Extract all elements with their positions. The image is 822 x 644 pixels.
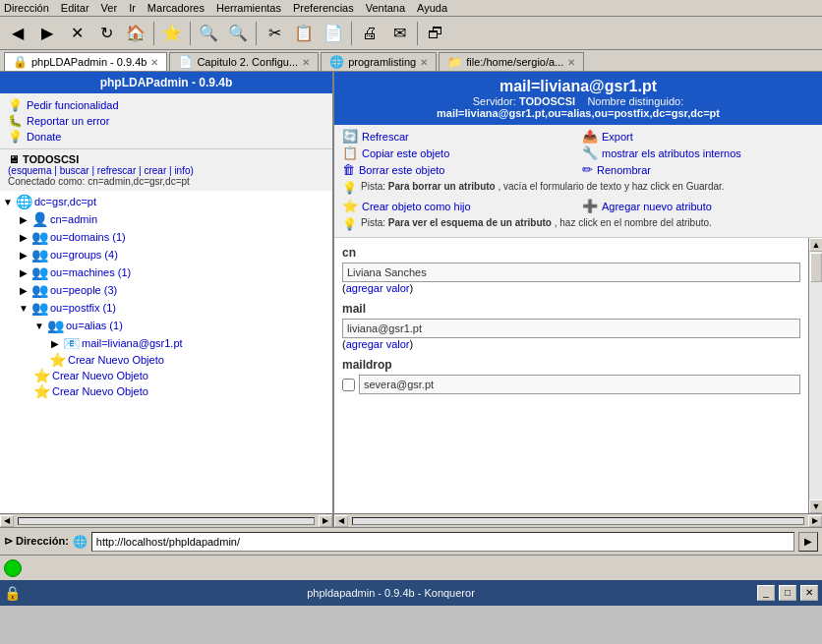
copy-label[interactable]: Copiar este objeto xyxy=(362,147,449,159)
link-esquema[interactable]: esquema xyxy=(11,165,51,176)
create-postfix-label[interactable]: Crear Nuevo Objeto xyxy=(52,370,148,381)
export-btn[interactable]: 📤 Export xyxy=(582,129,814,144)
menu-ver[interactable]: Ver xyxy=(101,2,118,14)
add-attr-label[interactable]: Agregar nuevo atributo xyxy=(602,201,712,212)
link-pedir[interactable]: 💡 Pedir funcionalidad xyxy=(8,97,324,113)
link-donate[interactable]: 💡 Donate xyxy=(8,129,324,145)
reload-button[interactable]: ↻ xyxy=(92,20,120,47)
left-hscroll[interactable]: ◀ ▶ xyxy=(0,513,332,527)
link-reportar[interactable]: 🐛 Reportar un error xyxy=(8,113,324,129)
ou-alias-label[interactable]: ou=alias (1) xyxy=(66,320,123,331)
ou-domains-toggle[interactable]: ▶ xyxy=(18,232,29,243)
add-attr-btn[interactable]: ➕ Agregar nuevo atributo xyxy=(582,199,814,213)
create-child-label[interactable]: Crear objeto como hijo xyxy=(362,201,471,212)
copy-object-btn[interactable]: 📋 Copiar este objeto xyxy=(342,146,574,160)
create-alias-label[interactable]: Crear Nuevo Objeto xyxy=(68,354,164,366)
attr-mail-input[interactable] xyxy=(342,319,800,338)
ou-groups-toggle[interactable]: ▶ xyxy=(18,250,29,261)
create-postfix-child[interactable]: ⭐ Crear Nuevo Objeto xyxy=(33,368,330,383)
ou-postfix-toggle[interactable]: ▼ xyxy=(18,303,29,314)
link-info[interactable]: info xyxy=(174,165,190,176)
delete-btn[interactable]: 🗑 Borrar este objeto xyxy=(342,162,574,177)
menu-ayuda[interactable]: Ayuda xyxy=(417,2,447,14)
attr-mail-label[interactable]: mail xyxy=(342,302,800,316)
back-button[interactable]: ◀ xyxy=(4,20,31,47)
ou-people-toggle[interactable]: ▶ xyxy=(18,285,29,296)
cn-admin-label[interactable]: cn=admin xyxy=(50,213,97,225)
hscroll-track[interactable] xyxy=(18,517,315,525)
address-input[interactable] xyxy=(91,532,794,552)
tree-cn-admin[interactable]: ▶ 👤 cn=admin xyxy=(18,210,330,228)
rename-btn[interactable]: ✏ Renombrar xyxy=(582,162,814,177)
tree-area[interactable]: ▼ 🌐 dc=gsr,dc=pt ▶ 👤 cn=admin ▶ 👥 ou=dom… xyxy=(0,191,332,513)
tab-3[interactable]: 📁 file:/home/sergio/a... ✕ xyxy=(439,52,584,71)
attr-maildrop-checkbox[interactable] xyxy=(342,379,355,391)
tab-2[interactable]: 🌐 programlisting ✕ xyxy=(321,52,437,71)
ou-postfix-label[interactable]: ou=postfix (1) xyxy=(50,302,116,314)
tree-ou-domains[interactable]: ▶ 👥 ou=domains (1) xyxy=(18,228,330,246)
menu-ventana[interactable]: Ventana xyxy=(366,2,405,14)
hscroll-right-btn[interactable]: ▶ xyxy=(319,515,332,527)
vscroll-down-btn[interactable]: ▼ xyxy=(809,499,822,513)
attr-cn-input[interactable] xyxy=(342,263,800,282)
home-button[interactable]: 🏠 xyxy=(122,20,149,47)
mail-liviana-toggle[interactable]: ▶ xyxy=(49,338,61,349)
attr-cn-add-link[interactable]: agregar valor xyxy=(346,282,410,294)
root-label[interactable]: dc=gsr,dc=pt xyxy=(34,196,96,207)
refresh-btn[interactable]: 🔄 Refrescar xyxy=(342,129,574,144)
tab-3-close[interactable]: ✕ xyxy=(567,57,575,68)
attr-mail-add-link[interactable]: agregar valor xyxy=(346,338,410,350)
tab-2-close[interactable]: ✕ xyxy=(420,57,428,68)
forward-button[interactable]: ▶ xyxy=(33,20,61,47)
vscroll-track[interactable] xyxy=(809,252,822,499)
attr-maildrop-input[interactable] xyxy=(359,375,800,394)
right-vscroll[interactable]: ▲ ▼ xyxy=(808,238,822,513)
donate-link[interactable]: Donate xyxy=(27,131,61,143)
internal-attrs-btn[interactable]: 🔧 mostrar els atributos internos xyxy=(582,146,814,160)
ou-machines-toggle[interactable]: ▶ xyxy=(18,267,29,278)
create-root-label[interactable]: Crear Nuevo Objeto xyxy=(52,385,148,397)
mail-button[interactable]: ✉ xyxy=(385,20,413,47)
tab-0[interactable]: 🔒 phpLDAPadmin - 0.9.4b ✕ xyxy=(4,52,167,71)
cut-button[interactable]: ✂ xyxy=(261,20,288,47)
minimize-btn[interactable]: _ xyxy=(757,585,775,601)
refresh-label[interactable]: Refrescar xyxy=(362,131,409,143)
rename-label[interactable]: Renombrar xyxy=(597,164,651,176)
menu-ir[interactable]: Ir xyxy=(129,2,136,14)
menu-herramientas[interactable]: Herramientas xyxy=(216,2,281,14)
copy-toolbar-button[interactable]: 📋 xyxy=(290,20,318,47)
tab-1-close[interactable]: ✕ xyxy=(302,57,310,68)
ou-machines-label[interactable]: ou=machines (1) xyxy=(50,266,131,278)
right-hscroll-right-btn[interactable]: ▶ xyxy=(808,515,822,527)
root-toggle[interactable]: ▼ xyxy=(2,197,14,207)
tree-ou-groups[interactable]: ▶ 👥 ou=groups (4) xyxy=(18,246,330,263)
address-go-btn[interactable]: ▶ xyxy=(798,532,818,552)
new-window-button[interactable]: 🗗 xyxy=(422,20,449,47)
hscroll-left-btn[interactable]: ◀ xyxy=(0,515,14,527)
link-crear[interactable]: crear xyxy=(144,165,166,176)
reportar-error-link[interactable]: Reportar un error xyxy=(27,115,109,127)
bookmark-button[interactable]: ⭐ xyxy=(158,20,186,47)
tree-mail-liviana[interactable]: ▶ 📧 mail=liviana@gsr1.pt xyxy=(49,334,330,352)
ou-groups-label[interactable]: ou=groups (4) xyxy=(50,249,118,261)
create-root-child[interactable]: ⭐ Crear Nuevo Objeto xyxy=(33,383,330,399)
right-hscroll-left-btn[interactable]: ◀ xyxy=(334,515,348,527)
create-child-btn[interactable]: ⭐ Crear objeto como hijo xyxy=(342,199,574,213)
right-hscroll-track[interactable] xyxy=(352,517,804,525)
tree-root[interactable]: ▼ 🌐 dc=gsr,dc=pt xyxy=(2,193,330,210)
tree-ou-postfix[interactable]: ▼ 👥 ou=postfix (1) xyxy=(18,299,330,317)
stop-button[interactable]: ✕ xyxy=(63,20,90,47)
right-hscroll[interactable]: ◀ ▶ xyxy=(334,513,822,527)
tree-ou-people[interactable]: ▶ 👥 ou=people (3) xyxy=(18,281,330,299)
delete-label[interactable]: Borrar este objeto xyxy=(359,164,444,176)
menu-preferencias[interactable]: Preferencias xyxy=(293,2,354,14)
close-btn[interactable]: ✕ xyxy=(800,585,818,601)
menu-direccion[interactable]: Dirección xyxy=(4,2,49,14)
attr-mail-add[interactable]: (agregar valor) xyxy=(342,338,800,350)
attr-maildrop-label[interactable]: maildrop xyxy=(342,358,800,372)
menu-editar[interactable]: Editar xyxy=(61,2,89,14)
attr-cn-label[interactable]: cn xyxy=(342,246,800,260)
tab-1[interactable]: 📄 Capitulo 2. Configu... ✕ xyxy=(169,52,319,71)
tree-ou-alias[interactable]: ▼ 👥 ou=alias (1) xyxy=(33,317,330,334)
zoom-in-button[interactable]: 🔍 xyxy=(195,20,222,47)
